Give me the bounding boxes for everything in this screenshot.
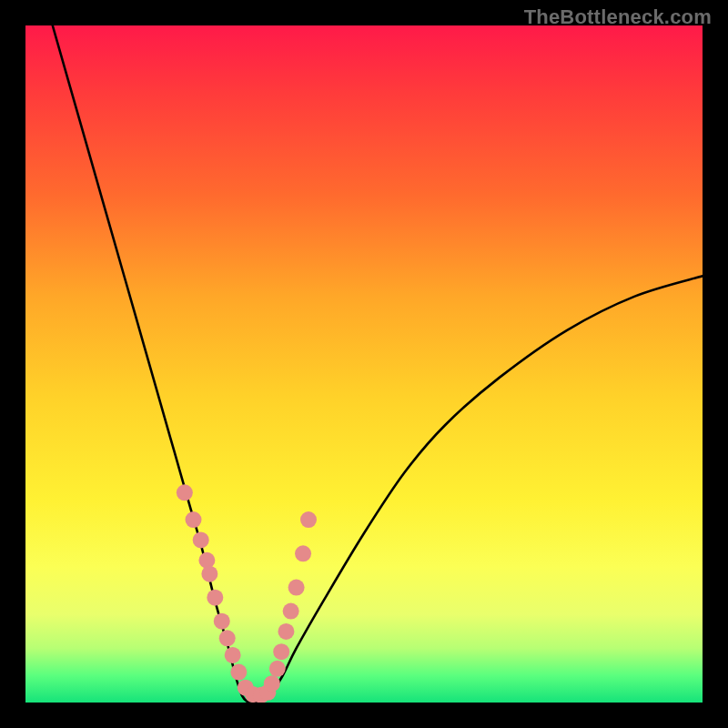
- data-dot: [230, 664, 247, 681]
- chart-dots: [177, 484, 317, 703]
- data-dot: [238, 680, 254, 696]
- data-dot: [225, 647, 241, 663]
- data-dot: [219, 630, 236, 646]
- data-dot: [201, 566, 217, 582]
- chart-curve: [53, 25, 703, 703]
- data-dot: [269, 661, 286, 677]
- data-dot: [264, 675, 280, 692]
- data-dot: [253, 687, 269, 703]
- data-dot: [259, 684, 276, 701]
- data-dot: [273, 643, 289, 660]
- chart-svg: [25, 25, 703, 703]
- data-dot: [214, 613, 230, 630]
- data-dot: [288, 580, 305, 596]
- data-dot: [295, 545, 311, 561]
- data-dot: [177, 484, 193, 500]
- data-dot: [278, 623, 294, 640]
- data-dot: [300, 511, 317, 528]
- watermark-text: TheBottleneck.com: [524, 5, 712, 29]
- plot-area: [25, 25, 703, 703]
- data-dot: [245, 686, 261, 703]
- chart-frame: TheBottleneck.com: [0, 0, 728, 728]
- data-dot: [186, 511, 202, 528]
- data-dot: [283, 603, 299, 620]
- data-dot: [207, 590, 223, 606]
- data-dot: [193, 531, 209, 548]
- data-dot: [198, 552, 215, 569]
